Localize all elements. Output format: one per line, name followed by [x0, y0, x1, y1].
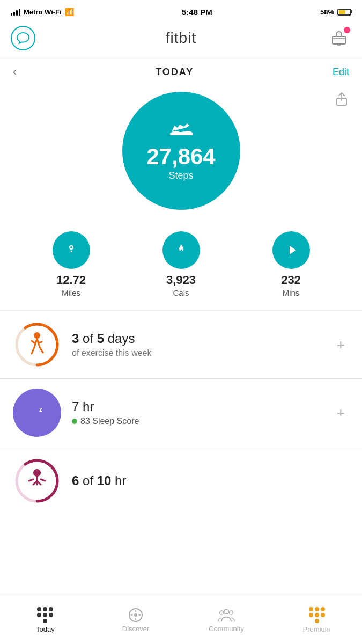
mindfulness-row: 6 of 10 hr — [0, 447, 362, 515]
steps-label: Steps — [168, 170, 193, 181]
nav-today-label: Today — [36, 625, 55, 633]
premium-icon — [309, 607, 325, 623]
exercise-title: 3 of 5 days — [72, 331, 322, 347]
exercise-of: of — [83, 331, 97, 346]
exercise-row: 3 of 5 days of exercise this week + — [0, 311, 362, 379]
exercise-add-button[interactable]: + — [333, 332, 349, 357]
status-bar: Metro Wi-Fi 📶 5:48 PM 58% — [0, 0, 362, 21]
exercise-total: 5 — [97, 331, 104, 346]
exercise-subtitle: of exercise this week — [72, 348, 322, 358]
sleep-score-dot — [72, 419, 77, 424]
nav-discover[interactable]: Discover — [91, 608, 181, 633]
mindfulness-total: 10 — [97, 473, 112, 488]
mindfulness-ring-wrap — [13, 457, 61, 505]
mindfulness-info: 6 of 10 hr — [72, 473, 349, 489]
svg-point-16 — [229, 611, 233, 614]
share-icon[interactable] — [334, 92, 349, 110]
stat-cals: 3,923 Cals — [162, 231, 200, 297]
cals-icon — [162, 231, 200, 269]
stats-row: 12.72 Miles 3,923 Cals 232 Mins — [0, 221, 362, 311]
mins-icon — [272, 231, 310, 269]
miles-icon — [53, 231, 90, 269]
battery-percent: 58% — [320, 8, 334, 16]
mins-value: 232 — [281, 273, 301, 287]
sleep-circle: z — [13, 389, 61, 437]
steps-section: 27,864 Steps — [0, 86, 362, 221]
app-title: fitbit — [166, 30, 196, 47]
svg-point-15 — [219, 611, 223, 614]
svg-rect-0 — [333, 36, 345, 44]
mindfulness-title: 6 of 10 hr — [72, 473, 349, 489]
status-right: 58% — [320, 8, 351, 16]
miles-value: 12.72 — [56, 273, 86, 287]
sleep-icon-wrap: z — [13, 389, 61, 437]
mindfulness-hr: hr — [115, 473, 126, 488]
sleep-score-value: 83 Sleep Score — [80, 416, 139, 426]
carrier-label: Metro Wi-Fi — [24, 8, 62, 16]
wifi-icon: 📶 — [65, 8, 74, 16]
chat-icon[interactable] — [11, 26, 35, 50]
svg-marker-4 — [290, 246, 296, 254]
status-time: 5:48 PM — [182, 8, 212, 17]
steps-count: 27,864 — [146, 145, 215, 168]
bottom-navigation: Today Discover Community Premium — [0, 596, 362, 644]
svg-point-13 — [134, 613, 137, 617]
edit-button[interactable]: Edit — [333, 67, 349, 78]
nav-premium[interactable]: Premium — [271, 607, 362, 633]
shoe-icon — [169, 120, 194, 143]
today-icon — [37, 607, 53, 623]
mins-unit: Mins — [283, 288, 300, 297]
sleep-score: 83 Sleep Score — [72, 416, 322, 426]
exercise-unit: days — [108, 331, 135, 346]
steps-circle[interactable]: 27,864 Steps — [122, 92, 240, 210]
svg-text:z: z — [39, 406, 42, 413]
svg-point-7 — [34, 332, 40, 339]
cals-unit: Cals — [173, 288, 189, 297]
nav-community-label: Community — [209, 625, 244, 633]
battery-icon — [337, 9, 351, 16]
stat-mins: 232 Mins — [272, 231, 310, 297]
back-button[interactable]: ‹ — [13, 65, 17, 79]
discover-icon — [128, 608, 143, 623]
nav-discover-label: Discover — [122, 625, 150, 633]
sleep-info: 7 hr 83 Sleep Score — [72, 399, 322, 427]
app-header: fitbit — [0, 21, 362, 57]
notification-dot — [344, 27, 350, 33]
notification-button[interactable] — [327, 26, 351, 50]
cals-value: 3,923 — [166, 273, 196, 287]
exercise-current: 3 — [72, 331, 79, 346]
signal-icon — [11, 8, 20, 16]
mindfulness-current: 6 — [72, 473, 79, 488]
today-title: TODAY — [156, 67, 194, 78]
svg-point-11 — [33, 469, 41, 477]
today-nav: ‹ TODAY Edit — [0, 57, 362, 86]
sleep-row: z 7 hr 83 Sleep Score + — [0, 379, 362, 447]
nav-community[interactable]: Community — [181, 608, 272, 633]
sleep-add-button[interactable]: + — [333, 400, 349, 426]
sleep-title: 7 hr — [72, 399, 322, 415]
svg-point-3 — [70, 246, 72, 248]
exercise-info: 3 of 5 days of exercise this week — [72, 331, 322, 358]
miles-unit: Miles — [62, 288, 80, 297]
community-icon — [218, 608, 235, 623]
svg-point-14 — [224, 609, 228, 614]
nav-premium-label: Premium — [303, 625, 331, 633]
exercise-ring-wrap — [13, 320, 61, 369]
nav-today[interactable]: Today — [0, 607, 91, 633]
mindfulness-of: of — [83, 473, 97, 488]
stat-miles: 12.72 Miles — [53, 231, 90, 297]
status-left: Metro Wi-Fi 📶 — [11, 8, 74, 16]
